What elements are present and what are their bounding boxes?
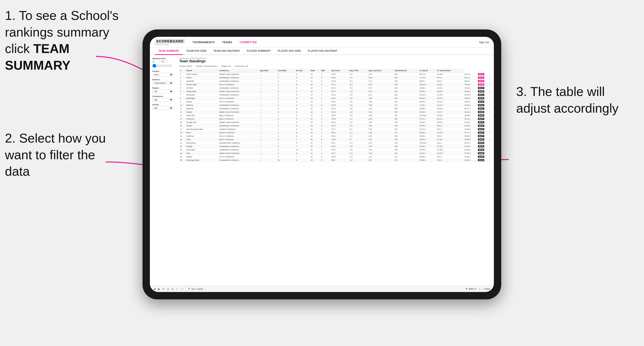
table-row: 21New MexicoMountain West Conference—182… <box>179 141 492 145</box>
col-rank: # <box>179 69 186 73</box>
step3-text: 3. The table will adjust accordingly <box>516 84 618 115</box>
watch-button[interactable]: 👁 Watch ▾ <box>466 288 476 290</box>
filter-region-label: Region <box>152 87 177 89</box>
view-original-label: View: Original <box>191 288 203 290</box>
table-row: 3VanderbiltSoutheastern Conference—35213… <box>179 79 492 83</box>
tab-team-h2h-grid[interactable]: TEAM H2H GRID <box>183 48 210 55</box>
col-conf-rank: Conf Rank <box>277 69 296 73</box>
table-row: 23Texas A&MSoutheastern Conference—91030… <box>179 148 492 152</box>
filter-school-select[interactable]: (All) <box>152 106 173 110</box>
table-row: 1North CarolinaAtlantic Coast Conference… <box>179 73 492 76</box>
filter-minimum-rounds: Minimum Rou... - <box>152 57 177 68</box>
table-row: 10AlabamaSoutheastern Conference—5623327… <box>179 104 492 107</box>
table-row: 8WashingtonPac-12 Conference—28231276.3-… <box>179 97 492 100</box>
table-header-row: # School Conference Avg. Rank Conf Rank … <box>179 69 492 73</box>
filter-minimum-rounds-label: Minimum Rou... <box>152 57 177 60</box>
col-adj-score: Adj. Score <box>330 69 349 73</box>
filter-region-group: Region N/A All <box>152 87 177 93</box>
filter-conference-label: Conference <box>152 95 177 97</box>
tab-player-summary[interactable]: PLAYER SUMMARY <box>243 48 274 55</box>
filter-conference-select[interactable]: (All) <box>152 98 173 102</box>
col-rnds: Rnds <box>310 69 320 73</box>
col-conference: Conference <box>219 69 259 73</box>
nav-committee[interactable]: COMMITTEE <box>240 41 257 44</box>
main-content: Minimum Rou... - Gender Men's Women's <box>150 55 494 286</box>
table-row: 5Ole MissSoutheastern Conference—3618127… <box>179 86 492 90</box>
table-row: 17East Tennessee StateSouthern Conferenc… <box>179 128 492 131</box>
tab-player-h2h-grid[interactable]: PLAYER H2H GRID <box>274 48 304 55</box>
tab-team-summary[interactable]: TEAM SUMMARY <box>155 48 183 55</box>
table-row: 18IllinoisBig Ten Conference—18231279.1-… <box>179 131 492 135</box>
table-area: Update time: 27/03/2024 16:56:26 Team St… <box>179 57 492 283</box>
filter-min-input[interactable] <box>152 60 159 63</box>
nav-tournaments[interactable]: TOURNAMENTS <box>192 41 215 44</box>
filter-rounds-slider[interactable] <box>152 64 172 68</box>
instruction-step1: 1. To see a School's rankings summary cl… <box>5 7 133 74</box>
filter-gender-label: Gender <box>152 70 177 72</box>
nav-teams[interactable]: TEAMS <box>222 41 232 44</box>
refresh-icon[interactable]: ↻ <box>162 288 164 290</box>
table-row: 2AuburnSoutheastern Conference—19276273.… <box>179 76 492 79</box>
app-logo: SCOREBOARD <box>155 39 185 44</box>
nav-up-icon[interactable]: ▲ <box>167 288 169 290</box>
table-row: 24DukeAtlantic Coast Conference—59271279… <box>179 152 492 155</box>
table-row: 22GeorgiaSoutheastern Conference—8721127… <box>179 145 492 148</box>
table-row: 14OklahomaBig 12 Conference—38242278.9-5… <box>179 117 492 121</box>
filter-pills: Gender: Men's Division: NCAA Division I … <box>179 65 492 67</box>
add-icon[interactable]: ＋ <box>176 287 178 291</box>
tab-player-h2h-heatmap[interactable]: PLAYER H2H HEATMAP <box>304 48 340 55</box>
filter-max-input[interactable] <box>161 60 168 63</box>
instruction-step3: 3. The table will adjust accordingly <box>516 83 634 117</box>
table-header-area: Update time: 27/03/2024 16:56:26 Team St… <box>179 57 492 67</box>
table-row: 7TennesseeSoutheastern Conference—461822… <box>179 93 492 97</box>
sign-out-button[interactable]: Sign out <box>479 41 489 44</box>
table-row: 26Mississippi StateSoutheastern Conferen… <box>179 159 492 162</box>
eye-icon: 👁 <box>466 288 468 290</box>
table-row: 15Georgia TechAtlantic Coast Conference—… <box>179 121 492 124</box>
col-avg-low: Avg. Low Score <box>368 69 394 73</box>
logo-area: SCOREBOARD Powered by clippd <box>155 39 185 45</box>
instruction-step2: 2. Select how you want to filter the dat… <box>5 130 123 180</box>
col-avg-par: Avg. to Par <box>349 69 368 73</box>
col-avg-rank: Avg. Rank <box>259 69 277 73</box>
step1-bold: TEAM SUMMARY <box>5 41 70 72</box>
view-icon: 👁 <box>188 288 190 290</box>
col-vs-top50: Vs Top 50 Points <box>436 69 464 73</box>
col-school: School <box>186 69 219 73</box>
nav-back-icon[interactable]: ◀ <box>154 288 156 290</box>
table-row: 9ArizonaPac-12 Conference—28232276.3-4.6… <box>179 100 492 104</box>
filters-panel: Minimum Rou... - Gender Men's Women's <box>152 57 177 283</box>
tablet-frame: SCOREBOARD Powered by clippd TOURNAMENTS… <box>142 29 501 299</box>
share-button[interactable]: ⤴ Share <box>483 288 490 290</box>
filter-division-label: Division <box>152 79 177 81</box>
filter-gender-group: Gender Men's Women's <box>152 70 177 77</box>
table-title: Team Standings <box>179 59 206 63</box>
filter-gender-select[interactable]: Men's Women's <box>152 73 173 77</box>
app-header: SCOREBOARD Powered by clippd TOURNAMENTS… <box>150 37 494 48</box>
filter-division-select[interactable]: NCAA Division I NCAA Division II NCAA Di… <box>152 81 173 85</box>
main-nav: TOURNAMENTS TEAMS COMMITTEE <box>192 41 472 44</box>
clock-icon[interactable]: 🕐 <box>180 288 184 290</box>
table-row: 20TexasBig 12 Conference—37308278.60.71.… <box>179 138 492 141</box>
resize-icon[interactable]: ⤢ <box>479 288 480 290</box>
col-wins: Wins <box>320 69 330 73</box>
table-row: 12VirginiaAtlantic Coast Conference—3824… <box>179 110 492 114</box>
share-icon: ⤴ <box>483 288 484 290</box>
filter-school-group: School (All) <box>152 104 177 110</box>
share-label: Share <box>485 288 490 290</box>
copy-icon[interactable]: ⎘ <box>172 288 173 290</box>
app-logo-sub: Powered by clippd <box>155 44 169 45</box>
update-time: Update time: 27/03/2024 16:56:26 <box>179 57 206 59</box>
filter-region-select[interactable]: N/A All <box>152 90 173 93</box>
col-vs-top25: Vs Top 25 <box>419 69 436 73</box>
col-overall: Overall Record <box>394 69 419 73</box>
table-row: 25OregonPac-12 Conference—97210279.5-1.3… <box>179 155 492 159</box>
view-original-button[interactable]: 👁 View: Original <box>186 287 206 291</box>
table-row: 6Florida StateAtlantic Coast Conference—… <box>179 90 492 93</box>
watch-label: Watch <box>468 288 474 290</box>
filter-conference-group: Conference (All) <box>152 95 177 102</box>
nav-forward-icon[interactable]: ▶ <box>158 288 160 290</box>
tab-team-h2h-heatmap[interactable]: TEAM H2H HEATMAP <box>210 48 243 55</box>
table-row: 4Arizona StatePac-12 Conference—18264274… <box>179 83 492 86</box>
sub-nav-bar: TEAM SUMMARY TEAM H2H GRID TEAM H2H HEAT… <box>150 48 494 55</box>
